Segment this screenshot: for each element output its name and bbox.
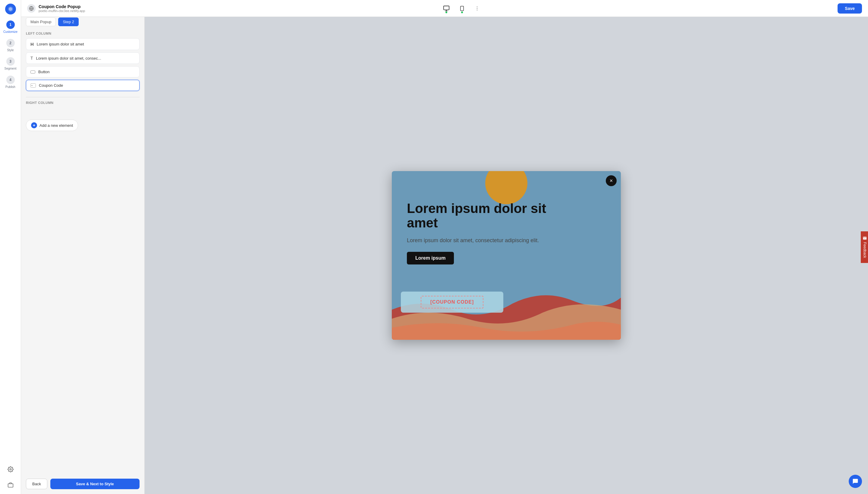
save-next-button[interactable]: Save & Next to Style [50, 479, 140, 489]
panel-footer: Back Save & Next to Style [26, 476, 140, 489]
svg-point-21 [477, 8, 477, 8]
app-logo[interactable]: O [5, 4, 16, 15]
text-icon: T [31, 56, 33, 60]
popup-button[interactable]: Lorem ipsum [407, 252, 454, 264]
site-url: poetic-muffin-cbc3ee.netlify.app [39, 9, 85, 13]
feedback-tab[interactable]: Feedback [861, 231, 868, 263]
nav-step-segment[interactable]: 3 Segment [4, 57, 16, 70]
coupon-icon [31, 83, 36, 88]
more-menu-button[interactable] [472, 4, 482, 13]
right-column-label: RIGHT COLUMN [26, 101, 140, 104]
nav-step-label-publish: Publish [5, 85, 15, 89]
coupon-code-area: [COUPON CODE] [401, 291, 503, 313]
element-button[interactable]: Button [26, 66, 140, 77]
nav-step-label-customize: Customize [3, 30, 17, 34]
save-button[interactable]: Save [837, 3, 862, 14]
popup-heading: Lorem ipsum dolor sit amet [407, 201, 558, 230]
popup-subtext: Lorem ipsum dolor sit amet, consectetur … [407, 236, 558, 245]
desktop-active-dot [445, 12, 447, 13]
nav-step-style[interactable]: 2 Style [6, 39, 15, 52]
back-button[interactable]: Back [26, 479, 47, 489]
main-content: × Lorem ipsum dolor sit amet Lorem ipsum… [145, 0, 868, 494]
decorative-circle [485, 171, 528, 204]
feedback-label: Feedback [863, 242, 867, 258]
nav-step-circle-1: 1 [6, 20, 15, 29]
element-coupon-label: Coupon Code [39, 83, 63, 88]
tab-main-popup[interactable]: Main Popup [26, 17, 56, 26]
coupon-code-text: [COUPON CODE] [421, 296, 484, 308]
site-name: Coupon Code Popup [39, 4, 85, 9]
svg-rect-15 [444, 6, 449, 10]
element-text[interactable]: T Lorem ipsum dolor sit amet, consec... [26, 52, 140, 64]
svg-point-20 [477, 6, 477, 7]
nav-step-publish[interactable]: 4 Publish [5, 76, 15, 89]
settings-nav-button[interactable] [5, 464, 16, 475]
top-bar-left: Coupon Code Popup poetic-muffin-cbc3ee.n… [27, 4, 85, 13]
svg-rect-11 [31, 83, 36, 87]
panel-tabs: Main Popup Step 2 [26, 17, 140, 26]
briefcase-nav-button[interactable] [5, 479, 16, 490]
svg-point-2 [10, 469, 11, 470]
svg-text:O: O [10, 7, 12, 11]
svg-point-22 [477, 10, 477, 10]
popup-content: Lorem ipsum dolor sit amet Lorem ipsum d… [407, 201, 558, 270]
element-text-label: Lorem ipsum dolor sit amet, consec... [36, 56, 101, 60]
nav-step-circle-2: 2 [6, 39, 15, 47]
element-heading-label: Lorem ipsum dolor sit amet [37, 42, 84, 46]
site-info: Coupon Code Popup poetic-muffin-cbc3ee.n… [39, 4, 85, 13]
nav-step-circle-3: 3 [6, 57, 15, 66]
button-icon [31, 71, 35, 74]
left-panel: Step 2 Main Popup Step 2 LEFT COLUMN H L… [21, 0, 145, 494]
site-icon [27, 4, 36, 13]
heading-icon: H [31, 42, 34, 47]
add-element-label: Add a new element [39, 123, 73, 128]
right-column-empty [26, 108, 140, 119]
mobile-active-dot [461, 12, 463, 13]
nav-step-label-segment: Segment [4, 67, 16, 70]
svg-rect-3 [8, 484, 13, 487]
top-bar-center [441, 3, 482, 14]
coupon-box: [COUPON CODE] [401, 291, 503, 313]
element-coupon-code[interactable]: Coupon Code [26, 80, 140, 91]
svg-rect-10 [31, 71, 35, 73]
popup-preview: × Lorem ipsum dolor sit amet Lorem ipsum… [392, 171, 621, 340]
nav-sidebar: O 1 Customize 2 Style 3 Segment 4 Publis… [0, 0, 21, 494]
column-divider [26, 97, 140, 97]
nav-step-label-style: Style [7, 49, 14, 52]
nav-bottom [5, 464, 16, 490]
element-button-label: Button [38, 70, 50, 74]
mobile-device-button[interactable] [457, 3, 467, 14]
add-element-button[interactable]: + Add a new element [26, 119, 78, 131]
popup-close-button[interactable]: × [606, 175, 617, 186]
svg-point-12 [32, 85, 33, 86]
nav-step-customize[interactable]: 1 Customize [3, 20, 17, 34]
element-heading[interactable]: H Lorem ipsum dolor sit amet [26, 38, 140, 50]
desktop-device-button[interactable] [441, 3, 452, 14]
chat-button[interactable] [849, 475, 862, 488]
tab-step2[interactable]: Step 2 [58, 17, 79, 26]
nav-step-circle-4: 4 [6, 76, 15, 84]
top-bar: Coupon Code Popup poetic-muffin-cbc3ee.n… [21, 0, 868, 17]
plus-circle-icon: + [31, 122, 37, 128]
left-column-label: LEFT COLUMN [26, 32, 140, 35]
